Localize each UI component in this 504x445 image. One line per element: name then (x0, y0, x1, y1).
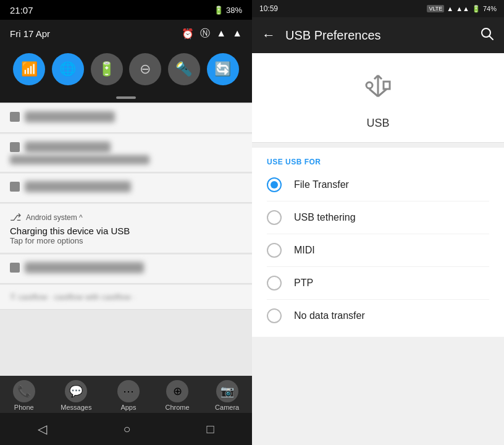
back-button[interactable]: ← (262, 27, 275, 43)
left-panel: 21:07 🔋 38% Fri 17 Apr ⏰ Ⓝ ▲ ▲ 📶 🌐 🔋 ⊖ 🔦 (0, 0, 252, 445)
wifi-icon-status: ▲ (216, 28, 226, 39)
globe-toggle[interactable]: 🌐 (52, 53, 84, 85)
home-nav-button[interactable]: ○ (123, 422, 130, 436)
battery-toggle-icon: 🔋 (98, 61, 115, 77)
battery-percent: 74% (483, 5, 497, 12)
scroll-dot (116, 96, 136, 99)
alarm-icon: ⏰ (182, 28, 194, 40)
quick-toggle-row: 📶 🌐 🔋 ⊖ 🔦 🔄 (0, 47, 252, 93)
notification-item-1[interactable]: USB Flash Tethering (0, 104, 252, 133)
usb-icon-notification: ⎇ (10, 211, 21, 223)
app-shortcut-phone[interactable]: 📞 Phone (13, 380, 35, 411)
camera-label: Camera (215, 404, 239, 411)
notification-list: USB Flash Tethering App notification tit… (0, 103, 252, 376)
svg-line-4 (378, 89, 387, 96)
phone-icon: 📞 (13, 380, 35, 402)
search-button[interactable] (479, 26, 494, 44)
flashlight-toggle[interactable]: 🔦 (168, 53, 200, 85)
notif-icon-3 (10, 182, 20, 192)
globe-toggle-icon: 🌐 (59, 61, 76, 77)
vlte-badge: VLTE (427, 5, 444, 12)
notif-app-2: App notification title (25, 142, 111, 153)
right-panel: 10:59 VLTE ▲ ▲▲ 🔋 74% ← USB Preferences (252, 0, 504, 445)
notif-header-1: USB Flash Tethering (10, 111, 242, 122)
phone-label: Phone (14, 404, 34, 411)
dnd-toggle-icon: ⊖ (140, 61, 151, 77)
notif-icon-1 (10, 112, 20, 122)
left-date-bar: Fri 17 Apr ⏰ Ⓝ ▲ ▲ (0, 20, 252, 47)
app-shortcut-messages[interactable]: 💬 Messages (61, 380, 91, 411)
recents-nav-button[interactable]: □ (206, 422, 214, 436)
notification-item-2[interactable]: App notification title Some app is runni… (0, 134, 252, 172)
right-status-bar: 10:59 VLTE ▲ ▲▲ 🔋 74% (252, 0, 504, 17)
back-nav-button[interactable]: ◁ (38, 422, 47, 436)
radio-file-transfer[interactable] (267, 177, 282, 192)
left-status-icons: ⏰ Ⓝ ▲ ▲ (182, 27, 242, 40)
radio-label-usb-tethering: USB tethering (294, 212, 356, 223)
radio-usb-tethering[interactable] (267, 210, 282, 225)
right-toolbar: ← USB Preferences (252, 17, 504, 53)
svg-point-5 (366, 82, 372, 88)
app-shortcut-camera[interactable]: 📷 Camera (215, 380, 239, 411)
usb-label: USB (366, 117, 389, 130)
camera-icon: 📷 (216, 380, 238, 402)
app-shortcut-apps[interactable]: ⋯ Apps (117, 380, 140, 411)
notification-item-5[interactable]: ⠿ castflow · castflow with castflow · (0, 285, 252, 310)
radio-option-usb-tethering[interactable]: USB tethering (267, 201, 489, 234)
notification-item-4[interactable]: Google Play Services · 4h · (0, 255, 252, 284)
radio-option-no-data[interactable]: No data transfer (267, 300, 489, 332)
radio-label-file-transfer: File Transfer (294, 179, 349, 190)
radio-option-ptp[interactable]: PTP (267, 267, 489, 300)
messages-icon: 💬 (65, 380, 87, 402)
notif-app-3: Another app · about 4h · (25, 181, 131, 192)
signal-status-icon: ▲▲ (456, 5, 469, 12)
wifi-status-icon: ▲ (447, 5, 453, 12)
android-system-title: Charging this device via USB (10, 226, 242, 236)
android-system-notification[interactable]: ⎇ Android system ^ Charging this device … (0, 204, 252, 253)
notif-blurred-5: ⠿ castflow · castflow with castflow · (10, 292, 242, 302)
android-system-app-name: Android system ^ (26, 213, 83, 222)
notification-item-3[interactable]: Another app · about 4h · (0, 174, 252, 203)
battery-toggle[interactable]: 🔋 (91, 53, 123, 85)
right-time: 10:59 (259, 4, 278, 13)
messages-label: Messages (61, 404, 91, 411)
usb-icon-large (361, 70, 395, 112)
notif-header-2: App notification title (10, 142, 242, 153)
radio-label-midi: MIDI (294, 245, 315, 256)
notif-icon-2 (10, 142, 20, 152)
svg-line-1 (490, 36, 494, 40)
left-time: 21:07 (10, 5, 33, 15)
app-shortcut-chrome[interactable]: ⊕ Chrome (165, 380, 189, 411)
radio-option-midi[interactable]: MIDI (267, 234, 489, 267)
page-title: USB Preferences (285, 28, 469, 43)
nav-bar: ◁ ○ □ (0, 413, 252, 445)
left-battery: 🔋 38% (214, 6, 242, 15)
notif-app-1: USB Flash Tethering (25, 111, 115, 122)
use-usb-for-section: USE USB FOR File Transfer USB tethering … (252, 148, 504, 337)
battery-status-icon: 🔋 (472, 5, 481, 13)
radio-no-data[interactable] (267, 308, 282, 323)
svg-rect-6 (384, 82, 390, 89)
sync-toggle[interactable]: 🔄 (207, 53, 239, 85)
radio-label-ptp: PTP (294, 278, 313, 289)
svg-line-3 (369, 89, 378, 96)
left-status-bar: 21:07 🔋 38% (0, 0, 252, 20)
apps-label: Apps (120, 404, 136, 411)
radio-option-file-transfer[interactable]: File Transfer (267, 169, 489, 201)
radio-ptp[interactable] (267, 276, 282, 290)
notif-icon-4 (10, 263, 20, 273)
signal-icon: ▲ (232, 28, 242, 39)
notif-header-4: Google Play Services · 4h · (10, 262, 242, 273)
left-date: Fri 17 Apr (10, 28, 50, 39)
apps-icon: ⋯ (117, 380, 140, 402)
sync-toggle-icon: 🔄 (214, 61, 231, 77)
notif-body-2: Some app is running in the background (10, 155, 242, 164)
chrome-label: Chrome (165, 404, 189, 411)
android-system-body: Tap for more options (10, 236, 242, 245)
notif-header-3: Another app · about 4h · (10, 181, 242, 192)
usb-header: USB (252, 53, 504, 143)
wifi-toggle[interactable]: 📶 (13, 53, 45, 85)
dnd-toggle[interactable]: ⊖ (129, 53, 161, 85)
radio-midi[interactable] (267, 243, 282, 258)
scroll-indicator (0, 93, 252, 103)
